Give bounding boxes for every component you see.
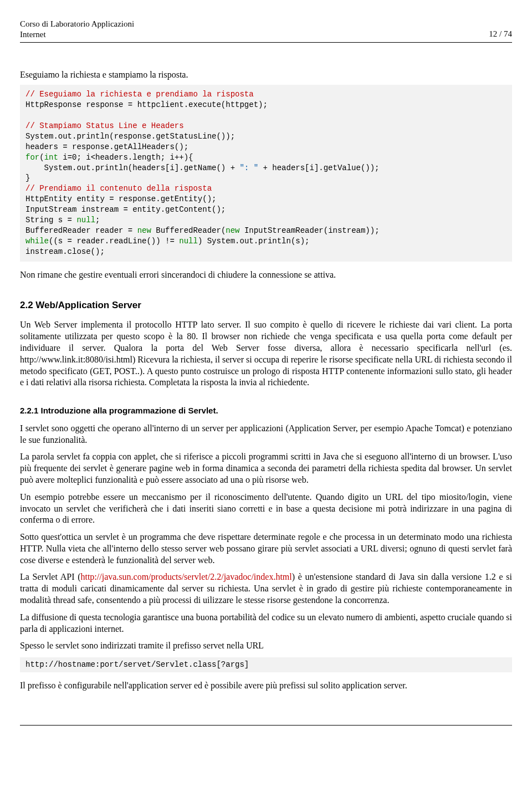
code-comment: // Prendiamo il contenuto della risposta bbox=[25, 184, 212, 193]
code-text: ) System.out.println(s); bbox=[198, 237, 310, 246]
section-2-2-paragraph-1: Un Web Server implementa il protocollo H… bbox=[20, 319, 512, 389]
code-keyword: while bbox=[25, 237, 49, 246]
code-text: BufferedReader reader = bbox=[25, 226, 137, 235]
code-comment: // Stampiamo Status Line e Headers bbox=[25, 121, 184, 130]
section-2-2-1-heading: 2.2.1 Introduzione alla programmazione d… bbox=[20, 405, 512, 416]
section-2-2-1-paragraph-6: La diffusione di questa tecnologia garan… bbox=[20, 612, 512, 635]
p5-text-before: La Servlet API ( bbox=[20, 572, 80, 581]
code-text: ( bbox=[39, 153, 44, 162]
code-keyword: null bbox=[76, 216, 95, 224]
code-line: http://hostname:port/servet/Servlet.clas… bbox=[25, 660, 249, 669]
code-text: ((s = reader.readLine()) != bbox=[49, 237, 179, 246]
code-line: InputStream instream = entity.getContent… bbox=[25, 205, 226, 214]
code-text: String s = bbox=[25, 216, 76, 224]
code-keyword: null bbox=[179, 237, 198, 246]
code-line: System.out.println(response.getStatusLin… bbox=[25, 132, 235, 141]
header-line2: Internet bbox=[20, 30, 46, 39]
code-text: + headers[i].getValue()); bbox=[258, 164, 379, 172]
section-2-2-1-paragraph-3: Un esempio potrebbe essere un meccanismo… bbox=[20, 492, 512, 526]
after-code-paragraph: Non rimane che gestire eventuali errori … bbox=[20, 269, 512, 281]
footer-rule bbox=[20, 725, 512, 726]
code-string: ": " bbox=[239, 164, 258, 172]
code-text: System.out.println(headers[i].getName() … bbox=[25, 164, 239, 172]
code-comment: // Eseguiamo la richiesta e prendiamo la… bbox=[25, 90, 254, 99]
code-line: HttpResponse response = httpclient.execu… bbox=[25, 100, 268, 109]
code-block-2: http://hostname:port/servet/Servlet.clas… bbox=[20, 657, 512, 672]
section-2-2-1-paragraph-1: I servlet sono oggetti che operano all'i… bbox=[20, 423, 512, 446]
code-line: HttpEntity entity = response.getEntity()… bbox=[25, 195, 216, 203]
code-block-1: // Eseguiamo la richiesta e prendiamo la… bbox=[20, 85, 512, 261]
section-2-2-1-paragraph-7: Spesso le servlet sono indirizzati trami… bbox=[20, 640, 512, 652]
code-keyword: for bbox=[25, 153, 39, 162]
page-header: Corso di Laboratorio Applicazioni Intern… bbox=[20, 19, 512, 43]
code-text: InputStreamReader(instream)); bbox=[240, 226, 380, 235]
section-2-2-1-paragraph-4: Sotto quest'ottica un servlet è un progr… bbox=[20, 532, 512, 566]
section-2-2-heading: 2.2 Web/Application Server bbox=[20, 299, 512, 311]
code-keyword: new bbox=[226, 226, 239, 235]
header-title: Corso di Laboratorio Applicazioni Intern… bbox=[20, 19, 134, 40]
code-text: BufferedReader( bbox=[151, 226, 226, 235]
section-2-2-1-paragraph-5: La Servlet API (http://java.sun.com/prod… bbox=[20, 571, 512, 606]
header-line1: Corso di Laboratorio Applicazioni bbox=[20, 19, 134, 28]
code-text: i=0; i<headers.length; i++){ bbox=[58, 153, 193, 162]
code-keyword: new bbox=[137, 226, 151, 235]
code-keyword: int bbox=[44, 153, 58, 162]
code-line: } bbox=[25, 173, 30, 182]
code-text: ; bbox=[95, 216, 100, 224]
servlet-api-link[interactable]: http://java.sun.com/products/servlet/2.2… bbox=[80, 572, 291, 581]
section-2-2-1-paragraph-8: Il prefisso è configurabile nell'applica… bbox=[20, 680, 512, 692]
page-number: 12 / 74 bbox=[489, 29, 512, 40]
code-line: headers = response.getAllHeaders(); bbox=[25, 142, 188, 151]
intro-paragraph: Eseguiamo la richiesta e stampiamo la ri… bbox=[20, 69, 512, 81]
code-line: instream.close(); bbox=[25, 247, 105, 256]
section-2-2-1-paragraph-2: La parola servlet fa coppia con applet, … bbox=[20, 451, 512, 486]
